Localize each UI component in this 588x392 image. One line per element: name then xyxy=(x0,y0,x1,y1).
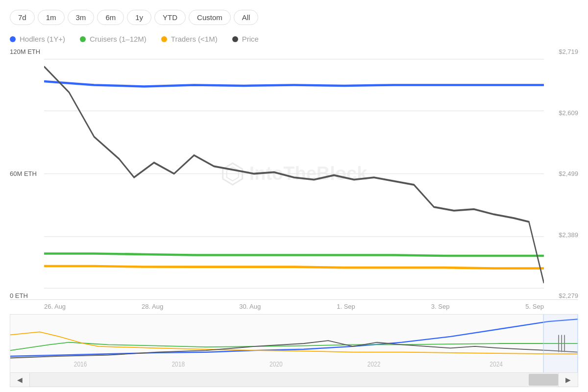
btn-all[interactable]: All xyxy=(234,10,259,25)
time-range-selector: 7d 1m 3m 6m 1y YTD Custom All xyxy=(10,10,578,25)
y-label-5-right: $2,279 xyxy=(559,292,578,299)
btn-3m[interactable]: 3m xyxy=(68,10,95,25)
btn-7d[interactable]: 7d xyxy=(10,10,35,25)
y-label-4-right: $2,389 xyxy=(559,231,578,239)
legend-cruisers: Cruisers (1–12M) xyxy=(80,35,147,43)
price-dot xyxy=(232,36,238,42)
scroll-thumb[interactable] xyxy=(529,374,558,386)
btn-custom[interactable]: Custom xyxy=(189,10,231,25)
hodlers-dot xyxy=(10,36,16,42)
svg-rect-16 xyxy=(558,335,559,352)
svg-rect-18 xyxy=(564,335,565,352)
y-axis-right: $2,719 $2,609 $2,499 $2,389 $2,279 xyxy=(546,48,578,299)
svg-text:2018: 2018 xyxy=(172,360,185,368)
y-label-2-right: $2,609 xyxy=(559,109,578,117)
traders-label: Traders (<1M) xyxy=(171,35,218,43)
y-label-bottom-left: 0 ETH xyxy=(10,292,49,299)
btn-1m[interactable]: 1m xyxy=(38,10,65,25)
x-label-1: 28. Aug xyxy=(142,303,163,310)
x-label-0: 26. Aug xyxy=(44,303,66,310)
chart-wrapper: IntoTheBlock 120M ETH 60M ETH 0 ETH $2,7… xyxy=(10,48,578,387)
cruisers-label: Cruisers (1–12M) xyxy=(90,35,147,43)
scroll-left-button[interactable]: ◀ xyxy=(10,373,30,387)
main-chart-svg xyxy=(44,48,544,299)
legend-price: Price xyxy=(232,35,259,43)
y-label-3-right: $2,499 xyxy=(559,170,578,177)
traders-dot xyxy=(161,36,167,42)
svg-rect-13 xyxy=(543,315,578,372)
overview-svg: 2016 2018 2020 2022 2024 xyxy=(10,315,578,372)
x-label-2: 30. Aug xyxy=(239,303,261,310)
x-label-5: 5. Sep xyxy=(525,303,544,310)
y-axis-left: 120M ETH 60M ETH 0 ETH xyxy=(10,48,49,299)
btn-ytd[interactable]: YTD xyxy=(154,10,186,25)
price-label: Price xyxy=(242,35,259,43)
btn-1y[interactable]: 1y xyxy=(127,10,151,25)
main-chart[interactable]: IntoTheBlock 120M ETH 60M ETH 0 ETH $2,7… xyxy=(10,48,578,300)
scroll-track[interactable] xyxy=(30,373,558,387)
overview-chart[interactable]: 2016 2018 2020 2022 2024 xyxy=(10,314,578,373)
cruisers-dot xyxy=(80,36,86,42)
x-axis: 26. Aug 28. Aug 30. Aug 1. Sep 3. Sep 5.… xyxy=(10,300,578,313)
svg-text:2016: 2016 xyxy=(74,360,87,368)
svg-text:2024: 2024 xyxy=(490,360,503,368)
legend-traders: Traders (<1M) xyxy=(161,35,218,43)
x-label-3: 1. Sep xyxy=(337,303,355,310)
y-label-top-left: 120M ETH xyxy=(10,48,49,55)
svg-text:2022: 2022 xyxy=(368,360,381,368)
legend-hodlers: Hodlers (1Y+) xyxy=(10,35,65,43)
hodlers-label: Hodlers (1Y+) xyxy=(20,35,65,43)
scroll-right-button[interactable]: ▶ xyxy=(558,373,578,387)
btn-6m[interactable]: 6m xyxy=(97,10,124,25)
y-label-mid-left: 60M ETH xyxy=(10,170,49,177)
svg-text:2020: 2020 xyxy=(270,360,283,368)
svg-rect-17 xyxy=(561,335,562,352)
x-label-4: 3. Sep xyxy=(431,303,450,310)
app-container: 7d 1m 3m 6m 1y YTD Custom All Hodlers (1… xyxy=(0,0,588,392)
chart-legend: Hodlers (1Y+) Cruisers (1–12M) Traders (… xyxy=(10,35,578,43)
y-label-1-right: $2,719 xyxy=(559,48,578,55)
scrollbar-nav: ◀ ▶ xyxy=(10,373,578,387)
